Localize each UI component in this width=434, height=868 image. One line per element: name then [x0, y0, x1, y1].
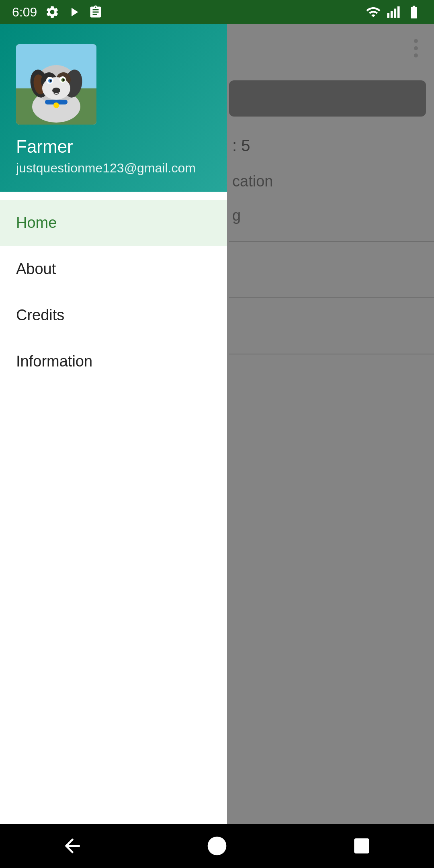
drawer-item-information[interactable]: Information — [0, 338, 227, 385]
svg-rect-0 — [387, 13, 389, 18]
back-icon — [61, 835, 84, 857]
drawer-header: Farmer justquestionme123@gmail.com — [0, 24, 227, 192]
drawer-item-credits[interactable]: Credits — [0, 292, 227, 338]
clipboard-icon — [88, 5, 103, 19]
svg-point-18 — [50, 80, 52, 82]
wifi-icon — [366, 4, 381, 20]
svg-point-20 — [52, 88, 60, 93]
nav-back-button[interactable] — [56, 830, 88, 862]
drawer-user-name: Farmer — [16, 137, 211, 157]
svg-rect-24 — [354, 838, 369, 854]
drawer-item-home[interactable]: Home — [0, 200, 227, 246]
nav-bar — [0, 824, 434, 868]
svg-rect-2 — [394, 9, 396, 18]
avatar — [16, 44, 96, 125]
svg-rect-1 — [391, 11, 393, 18]
home-circle-icon — [206, 835, 228, 857]
status-bar: 6:09 — [0, 0, 434, 24]
status-time: 6:09 — [12, 5, 37, 20]
nav-recent-button[interactable] — [346, 830, 378, 862]
svg-point-19 — [63, 79, 65, 81]
drawer-user-email: justquestionme123@gmail.com — [16, 161, 211, 176]
drawer-item-about[interactable]: About — [0, 246, 227, 292]
status-icons-right — [366, 4, 422, 20]
svg-point-23 — [208, 837, 227, 856]
svg-rect-3 — [397, 6, 400, 18]
drawer-menu: Home About Credits Information — [0, 192, 227, 824]
recent-square-icon — [352, 836, 372, 856]
play-icon — [67, 5, 81, 19]
battery-icon — [406, 4, 422, 20]
signal-icon — [387, 4, 400, 20]
nav-home-button[interactable] — [201, 830, 233, 862]
settings-icon — [45, 5, 59, 19]
svg-point-22 — [53, 102, 59, 108]
nav-drawer: Farmer justquestionme123@gmail.com Home … — [0, 24, 227, 824]
status-icons-left — [45, 5, 103, 19]
